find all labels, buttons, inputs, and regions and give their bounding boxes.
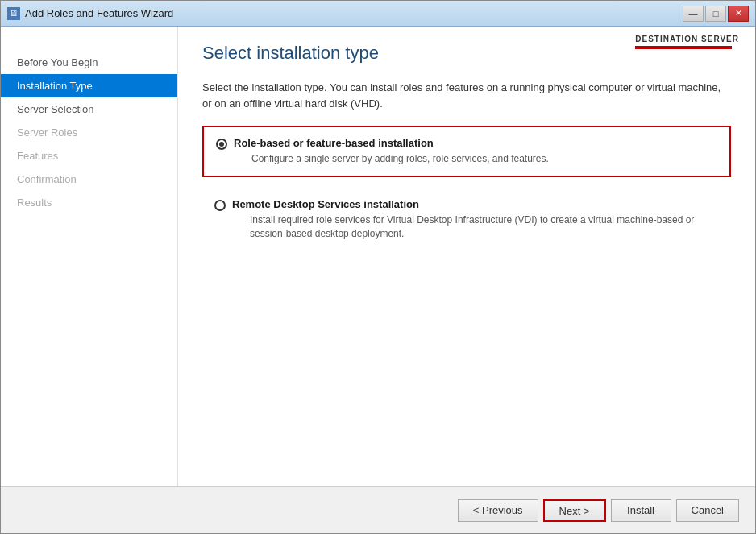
install-button[interactable]: Install <box>611 499 671 522</box>
option-remote-desktop-label: Remote Desktop Services installation <box>232 198 719 210</box>
wizard-window: 🖥 Add Roles and Features Wizard — □ ✕ Be… <box>0 0 756 534</box>
option-remote-desktop-row: Remote Desktop Services installation Ins… <box>214 198 719 241</box>
destination-server-bar <box>635 46 732 49</box>
window-title: Add Roles and Features Wizard <box>25 7 173 19</box>
option-role-based-label: Role-based or feature-based installation <box>234 137 549 149</box>
nav-item-installation-type[interactable]: Installation Type <box>1 74 177 97</box>
title-bar-left: 🖥 Add Roles and Features Wizard <box>7 7 173 20</box>
option-remote-desktop-desc: Install required role services for Virtu… <box>250 213 719 241</box>
cancel-button[interactable]: Cancel <box>676 499 739 522</box>
title-controls: — □ ✕ <box>683 6 749 22</box>
close-button[interactable]: ✕ <box>728 6 749 22</box>
maximize-button[interactable]: □ <box>705 6 726 22</box>
title-bar: 🖥 Add Roles and Features Wizard — □ ✕ <box>1 1 755 27</box>
destination-server-label: DESTINATION SERVER <box>635 35 739 43</box>
nav-item-server-roles: Server Roles <box>1 121 177 144</box>
destination-server-info: DESTINATION SERVER <box>635 27 755 49</box>
main-content: Select installation type DESTINATION SER… <box>178 27 755 486</box>
option-remote-desktop-box[interactable]: Remote Desktop Services installation Ins… <box>202 188 731 250</box>
option-role-based-row: Role-based or feature-based installation… <box>216 137 717 166</box>
content-body: Select the installation type. You can in… <box>178 72 755 486</box>
page-title: Select installation type <box>202 43 379 64</box>
radio-role-based[interactable] <box>216 139 227 150</box>
radio-remote-desktop[interactable] <box>214 200 226 211</box>
footer: < Previous Next > Install Cancel <box>1 486 755 533</box>
nav-item-server-selection[interactable]: Server Selection <box>1 97 177 121</box>
content-area: Before You Begin Installation Type Serve… <box>1 27 755 486</box>
page-description: Select the installation type. You can in… <box>202 80 731 111</box>
minimize-button[interactable]: — <box>683 6 704 22</box>
nav-item-results: Results <box>1 191 177 214</box>
navigation: Before You Begin Installation Type Serve… <box>1 43 177 222</box>
nav-item-features: Features <box>1 144 177 168</box>
nav-item-before-you-begin[interactable]: Before You Begin <box>1 51 177 74</box>
option-role-based-box[interactable]: Role-based or feature-based installation… <box>202 126 731 177</box>
nav-item-confirmation: Confirmation <box>1 168 177 191</box>
window-icon: 🖥 <box>7 7 20 20</box>
page-header: Select installation type <box>178 27 403 72</box>
next-button[interactable]: Next > <box>543 499 606 522</box>
left-panel: Before You Begin Installation Type Serve… <box>1 27 178 486</box>
option-role-based-desc: Configure a single server by adding role… <box>251 152 549 166</box>
previous-button[interactable]: < Previous <box>458 499 538 522</box>
